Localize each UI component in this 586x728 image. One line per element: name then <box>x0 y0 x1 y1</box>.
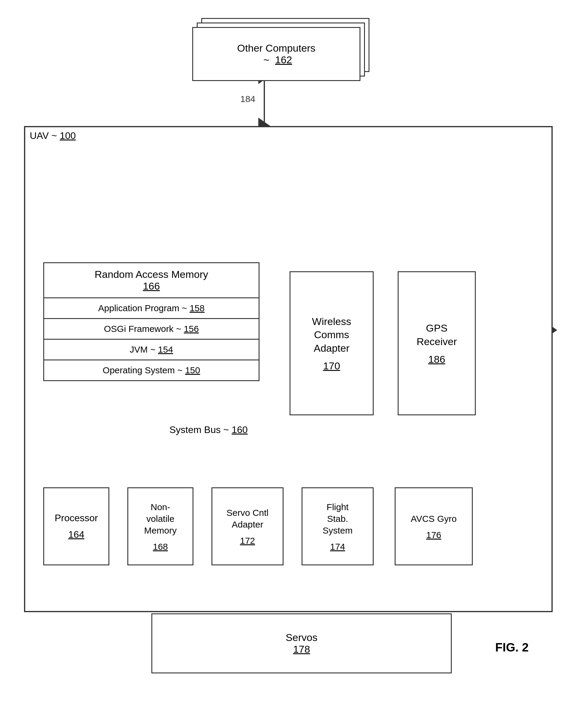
osgi-item: OSGi Framework ~ 156 <box>44 319 259 340</box>
nonvolatile-box: Non-volatileMemory 168 <box>127 487 193 565</box>
servos-box: Servos 178 <box>151 614 452 673</box>
svg-text:184: 184 <box>240 94 255 104</box>
avcs-ref: 176 <box>426 530 441 540</box>
wireless-comms-ref: 170 <box>323 360 340 372</box>
app-program-item: Application Program ~ 158 <box>44 298 259 319</box>
flight-stab-ref: 174 <box>330 542 345 552</box>
system-bus-label: System Bus ~ 160 <box>169 424 248 436</box>
flight-stab-label: FlightStab.System <box>323 501 352 536</box>
servo-cntl-box: Servo CntlAdapter 172 <box>212 487 284 565</box>
nonvolatile-ref: 168 <box>153 542 168 552</box>
other-computers-box: Other Computers ~ 162 <box>192 27 361 81</box>
ram-box: Random Access Memory 166 Application Pro… <box>43 262 260 381</box>
uav-box: UAV ~ 100 Random Access Memory 166 Appli… <box>24 126 553 612</box>
wireless-comms-label: WirelessCommsAdapter <box>312 315 351 355</box>
ram-header: Random Access Memory 166 <box>44 263 259 298</box>
gps-ref: 186 <box>428 354 445 365</box>
uav-label: UAV ~ 100 <box>30 130 76 141</box>
jvm-item: JVM ~ 154 <box>44 340 259 360</box>
servo-cntl-ref: 172 <box>240 536 255 546</box>
servo-cntl-label: Servo CntlAdapter <box>226 507 269 530</box>
gps-label: GPSReceiver <box>417 321 457 348</box>
other-computers-wrapper: Other Computers ~ 162 <box>192 18 372 84</box>
figure-label: FIG. 2 <box>495 641 529 654</box>
other-computers-label: Other Computers <box>237 42 316 54</box>
processor-box: Processor 164 <box>43 487 109 565</box>
gps-box: GPSReceiver 186 <box>398 271 476 415</box>
nonvolatile-label: Non-volatileMemory <box>144 501 177 536</box>
os-item: Operating System ~ 150 <box>44 360 259 380</box>
avcs-box: AVCS Gyro 176 <box>395 487 473 565</box>
other-computers-ref: 162 <box>275 54 292 66</box>
flight-stab-box: FlightStab.System 174 <box>301 487 374 565</box>
wireless-comms-box: WirelessCommsAdapter 170 <box>290 271 374 415</box>
avcs-label: AVCS Gyro <box>411 513 457 524</box>
